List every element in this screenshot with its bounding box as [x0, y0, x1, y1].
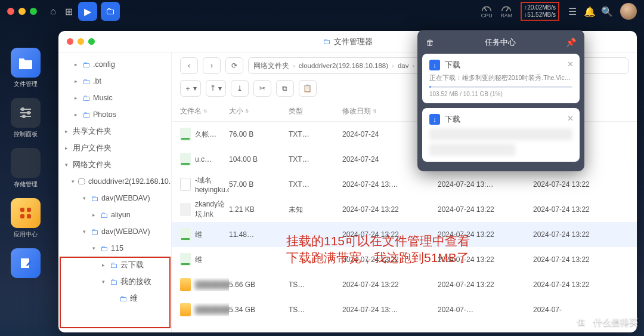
- tree-dav-b[interactable]: ▾🗀dav(WEBDAV): [58, 223, 171, 240]
- tree-music[interactable]: ▸🗀Music: [58, 90, 171, 106]
- task-pin-icon[interactable]: 📌: [566, 38, 576, 47]
- search-icon[interactable]: 🔍: [599, 4, 615, 19]
- dock-files-icon[interactable]: 🗀: [101, 2, 120, 21]
- tree-aliyun[interactable]: ▸🗀aliyun: [58, 206, 171, 223]
- tree-config[interactable]: ▸🗀.config: [58, 56, 171, 73]
- svg-rect-9: [27, 208, 31, 212]
- svg-point-5: [21, 108, 24, 110]
- col-type[interactable]: 类型: [289, 106, 342, 116]
- app-tile-appcenter[interactable]: 应用中心: [11, 198, 41, 239]
- nav-back-button[interactable]: ‹: [180, 57, 198, 74]
- file-icon: [180, 153, 191, 166]
- file-icon: [180, 178, 191, 191]
- download-button[interactable]: ⤓: [231, 80, 249, 97]
- tree-yun[interactable]: ▸🗀云下载: [58, 257, 171, 273]
- tree-shared[interactable]: ▸共享文件夹: [58, 123, 171, 140]
- fm-title-text: 文件管理器: [334, 36, 373, 47]
- home-icon[interactable]: ⌂: [45, 4, 61, 19]
- system-side-dock: 文件管理 控制面板 存储管理 应用中心: [0, 48, 51, 278]
- cpu-meter: CPU: [478, 4, 496, 19]
- tree-wei[interactable]: 🗀维: [58, 290, 171, 307]
- watermark: 值 什么值得买: [572, 313, 638, 331]
- file-icon: [180, 278, 191, 291]
- table-row[interactable]: -域名heiyingku.c…57.00 BTXT…2024-07-24 13:…: [172, 172, 637, 197]
- col-size[interactable]: 大小⇅: [229, 106, 289, 116]
- task-card[interactable]: ↓下载 ✕ 正在下载：维多利亚的秘密2010时装秀.The.Vict… 103.…: [422, 54, 580, 103]
- svg-rect-10: [20, 214, 24, 218]
- svg-point-7: [23, 115, 25, 118]
- tree-dav-a[interactable]: ▾🗀dav(WEBDAV): [58, 190, 171, 206]
- menu-icon[interactable]: ☰: [565, 4, 580, 19]
- tree-photos[interactable]: ▸🗀Photos: [58, 106, 171, 123]
- user-avatar[interactable]: [620, 3, 637, 20]
- fm-traffic-lights[interactable]: [67, 38, 95, 45]
- apps-grid-icon[interactable]: ⊞: [61, 4, 76, 19]
- svg-point-6: [27, 112, 30, 114]
- task-center-panel: 🗑 任务中心 📌 ↓下载 ✕ 正在下载：维多利亚的秘密2010时装秀.The.V…: [417, 30, 584, 171]
- paste-button[interactable]: 📋: [299, 80, 317, 97]
- svg-rect-8: [20, 208, 24, 212]
- close-icon[interactable]: ✕: [567, 114, 574, 123]
- tree-115[interactable]: ▾🗀115: [58, 240, 171, 257]
- file-icon: [180, 253, 191, 266]
- add-button[interactable]: ＋ ▾: [180, 80, 201, 97]
- file-icon: [180, 203, 191, 216]
- fm-sidebar-tree[interactable]: ▸🗀.config ▸🗀.bt ▸🗀Music ▸🗀Photos ▸共享文件夹 …: [58, 53, 172, 332]
- app-tile-storage[interactable]: 存储管理: [11, 148, 41, 189]
- tree-bt[interactable]: ▸🗀.bt: [58, 73, 171, 90]
- tree-user[interactable]: ▸用户文件夹: [58, 140, 171, 156]
- network-speed-indicator: ↑20.02MB/s ↓51.52MB/s: [521, 2, 559, 21]
- close-icon[interactable]: ✕: [567, 60, 574, 69]
- copy-button[interactable]: ⧉: [276, 80, 294, 97]
- system-top-bar: ⌂ ⊞ ▶ 🗀 CPU RAM ↑20.02MB/s ↓51.52MB/s ☰ …: [0, 0, 644, 23]
- svg-rect-11: [27, 214, 31, 218]
- file-icon: [180, 228, 191, 241]
- task-title: 任务中心: [434, 37, 566, 48]
- table-row[interactable]: zkandy论坛.lnk1.21 KB未知2024-07-24 13:22202…: [172, 197, 637, 222]
- file-icon: [180, 303, 191, 316]
- tree-recv[interactable]: ▾🗀我的接收: [58, 273, 171, 290]
- col-name[interactable]: 文件名⇅: [180, 106, 229, 116]
- file-icon: [180, 128, 191, 141]
- progress-bar: [429, 86, 572, 88]
- upload-button[interactable]: ⤒ ▾: [206, 80, 225, 97]
- download-icon: ↓: [429, 114, 440, 125]
- task-delete-icon[interactable]: 🗑: [426, 38, 434, 47]
- table-row[interactable]: 维11.48…2024-07-24 13:222024-07-24 13:222…: [172, 222, 637, 247]
- table-row[interactable]: ████████5.34 GBTS…2024-07-24 13:…2024-07…: [172, 297, 637, 322]
- tree-clouddriver[interactable]: ▾🖵clouddriver2(192.168.10.…: [58, 173, 171, 190]
- window-traffic-lights[interactable]: [7, 8, 37, 15]
- nav-refresh-button[interactable]: ⟳: [225, 57, 243, 74]
- dock-player-icon[interactable]: ▶: [78, 2, 97, 21]
- nav-forward-button[interactable]: ›: [203, 57, 221, 74]
- download-icon: ↓: [429, 60, 440, 70]
- table-row[interactable]: 维2024-07-24 13:222024-07-24 13:222024-07…: [172, 247, 637, 272]
- ram-meter: RAM: [497, 4, 515, 19]
- tree-network[interactable]: ▾网络文件夹: [58, 156, 171, 173]
- bell-icon[interactable]: 🔔: [582, 4, 597, 19]
- app-tile-files[interactable]: 文件管理: [11, 48, 41, 88]
- table-row[interactable]: ████████5.66 GBTS…2024-07-24 13:222024-0…: [172, 272, 637, 297]
- svg-line-0: [485, 8, 487, 11]
- task-card[interactable]: ↓下载 ✕: [422, 108, 580, 162]
- app-tile-editor[interactable]: [11, 248, 41, 278]
- app-tile-control[interactable]: 控制面板: [11, 98, 41, 138]
- folder-icon: 🗀: [323, 37, 330, 46]
- cut-button[interactable]: ✂: [253, 80, 271, 97]
- svg-line-1: [506, 8, 509, 11]
